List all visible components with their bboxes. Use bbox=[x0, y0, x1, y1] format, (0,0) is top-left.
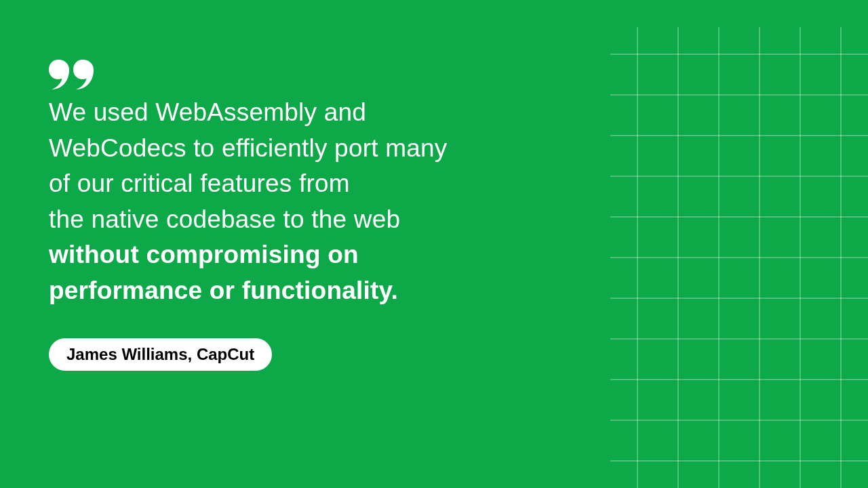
quote-line: the native codebase to the web bbox=[49, 205, 400, 233]
quote-card: We used WebAssembly and WebCodecs to eff… bbox=[0, 0, 529, 430]
quote-line: of our critical features from bbox=[49, 169, 350, 197]
quote-text: We used WebAssembly and WebCodecs to eff… bbox=[49, 95, 480, 308]
attribution-pill: James Williams, CapCut bbox=[49, 338, 272, 371]
quote-bold-line: without compromising on bbox=[49, 241, 359, 268]
quote-line: We used WebAssembly and bbox=[49, 98, 366, 126]
quote-line: WebCodecs to efficiently port many bbox=[49, 134, 447, 162]
quote-mark-icon bbox=[49, 60, 480, 89]
grid-decoration bbox=[610, 27, 868, 488]
quote-bold-line: performance or functionality. bbox=[49, 277, 398, 304]
